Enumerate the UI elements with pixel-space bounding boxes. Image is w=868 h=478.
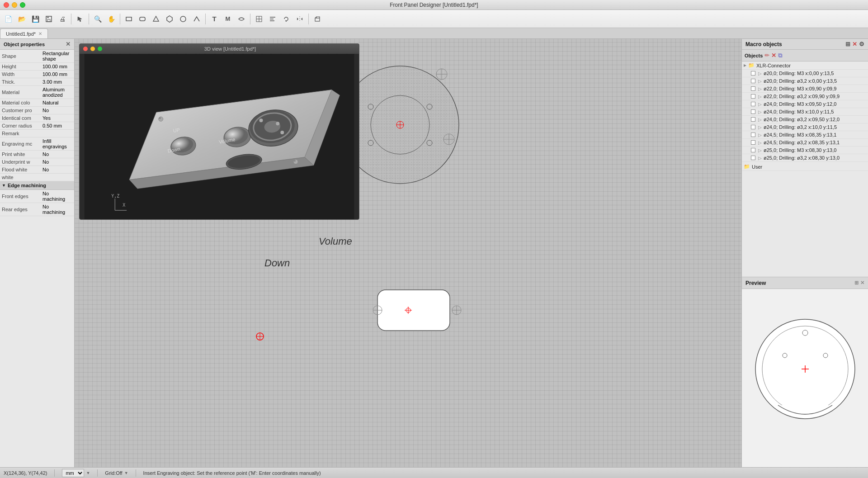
text-tool[interactable]: T: [208, 13, 221, 25]
rotate-tool[interactable]: [280, 13, 292, 25]
save-button[interactable]: 💾: [29, 13, 42, 25]
tree-item-2[interactable]: ▷ ø22,0; Drilling: M3 x:09,90 y:09,9: [742, 85, 868, 93]
minimize-button[interactable]: [12, 2, 17, 8]
tree-item-8[interactable]: ▷ ø24,5; Drilling: M3 x:08,35 y:13,1: [742, 131, 868, 139]
preview-header: Preview ⊞ ✕: [742, 277, 868, 289]
tree-item-6[interactable]: ▷ ø24,0; Drilling: ø3,2 x:09,50 y:12,0: [742, 116, 868, 123]
view3d-window[interactable]: 3D view [Untitled1.fpd*]: [79, 43, 359, 220]
mirror-tool[interactable]: [293, 13, 306, 25]
property-corner: Corner radius 0.50 mm: [0, 122, 74, 130]
tree-item-label-0: ø20,0; Drilling: M3 x:0,00 y:13,5: [764, 71, 834, 76]
item-checkbox-7[interactable]: [751, 125, 755, 129]
close-button[interactable]: [4, 2, 9, 8]
edge-machining-section[interactable]: ▼ Edge machining: [0, 181, 74, 190]
place-tool[interactable]: [253, 13, 265, 25]
item-checkbox-9[interactable]: [751, 140, 755, 145]
tree-item-label-10: ø25,0; Drilling: M3 x:08,30 y:13,0: [764, 147, 836, 153]
preview-expand-icon[interactable]: ⊞: [854, 280, 859, 286]
traffic-lights: [4, 2, 25, 8]
canvas-label-volume: Volume: [319, 236, 352, 247]
preview-close-icon[interactable]: ✕: [860, 280, 864, 286]
center-area[interactable]: 3D view [Untitled1.fpd*]: [75, 39, 741, 467]
tree-item-label-3: ø22,0; Drilling: ø3,2 x:09,90 y:09,9: [764, 94, 840, 99]
maximize-button[interactable]: [20, 2, 25, 8]
property-white: white: [0, 174, 74, 181]
item-checkbox-4[interactable]: [751, 102, 755, 106]
grid-dropdown-arrow: ▼: [124, 471, 128, 475]
property-underprint: Underprint w No: [0, 158, 74, 166]
prop-label-material: Material: [2, 90, 42, 95]
rp-settings-icon[interactable]: ⚙: [859, 41, 864, 47]
tree-item-1[interactable]: ▷ ø20,0; Drilling: ø3,2 x:0,00 y:13,5: [742, 77, 868, 85]
tree-item-4[interactable]: ▷ ø24,0; Drilling: M3 x:09,50 y:12,0: [742, 100, 868, 108]
new-button[interactable]: 📄: [2, 13, 14, 25]
tree-root-xlr[interactable]: ▶ 📁 XLR-Connector: [742, 62, 868, 70]
prop-value-height: 100.00 mm: [42, 64, 72, 69]
obj-delete-icon[interactable]: ✕: [771, 52, 776, 59]
item-checkbox-5[interactable]: [751, 109, 755, 114]
item-indicator-1: ▷: [758, 79, 762, 84]
rounded-rect-tool[interactable]: [136, 13, 149, 25]
tree-item-3[interactable]: ▷ ø22,0; Drilling: ø3,2 x:09,90 y:09,9: [742, 93, 868, 100]
tree-folder-icon: 📁: [748, 62, 755, 68]
canvas-area[interactable]: 3D view [Untitled1.fpd*]: [75, 39, 741, 467]
open-button[interactable]: 📂: [15, 13, 28, 25]
triangle-tool[interactable]: [150, 13, 162, 25]
tree-item-5[interactable]: ▷ ø24,0; Drilling: M3 x:10,0 y:11,5: [742, 108, 868, 116]
engrave-tool[interactable]: M: [222, 13, 234, 25]
rp-expand-icon[interactable]: ⊞: [845, 41, 850, 47]
status-grid: Grid:Off ▼: [105, 470, 128, 476]
tree-item-10[interactable]: ▷ ø25,0; Drilling: M3 x:08,30 y:13,0: [742, 147, 868, 154]
align-tool[interactable]: [266, 13, 279, 25]
item-checkbox-11[interactable]: [751, 156, 755, 160]
toolbar: 📄 📂 💾 🖨 🔍 ✋ T M: [0, 10, 868, 28]
view3d-close[interactable]: [83, 47, 88, 51]
unit-select[interactable]: mm inch: [62, 469, 84, 477]
pan-tool[interactable]: ✋: [105, 13, 118, 25]
view3d-max[interactable]: [98, 47, 102, 51]
item-checkbox-8[interactable]: [751, 133, 755, 137]
poly-tool[interactable]: [163, 13, 176, 25]
tree-item-0[interactable]: ▷ ø20,0; Drilling: M3 x:0,00 y:13,5: [742, 70, 868, 77]
tree-item-label-11: ø25,0; Drilling: ø3,2 x:08,30 y:13,0: [764, 155, 840, 161]
item-checkbox-6[interactable]: [751, 117, 755, 122]
rect-tool[interactable]: [123, 13, 135, 25]
pointer-tool[interactable]: [74, 13, 86, 25]
prop-value-matcolor: Natural: [42, 100, 72, 105]
item-checkbox-3[interactable]: [751, 94, 755, 99]
rp-close-icon[interactable]: ✕: [852, 41, 857, 47]
view3d-content[interactable]: UP Down Volume Y,Z X: [80, 54, 359, 219]
status-div-1: [54, 469, 55, 477]
prop-value-material: Aluminum anodized: [42, 87, 72, 98]
tree-item-9[interactable]: ▷ ø24,5; Drilling: ø3,2 x:08,35 y:13,1: [742, 139, 868, 147]
tree-user-folder[interactable]: 📁 User: [742, 163, 868, 171]
status-unit-section[interactable]: mm inch ▼: [62, 469, 90, 477]
item-checkbox-2[interactable]: [751, 86, 755, 91]
print-button[interactable]: 🖨: [56, 13, 69, 25]
prop-value-underprint: No: [42, 159, 72, 165]
item-checkbox-1[interactable]: [751, 79, 755, 83]
tab-close-button[interactable]: ✕: [38, 31, 42, 36]
property-thick: Thick. 3.00 mm: [0, 78, 74, 86]
preview-title: Preview: [745, 280, 766, 286]
zoom-tool[interactable]: 🔍: [91, 13, 104, 25]
view3d-tool[interactable]: [311, 13, 324, 25]
item-checkbox-0[interactable]: [751, 71, 755, 76]
design-rect-rounded[interactable]: [373, 285, 463, 341]
view3d-min[interactable]: [90, 47, 95, 51]
tree-item-7[interactable]: ▷ ø24,0; Drilling: ø3,2 x:10,0 y:11,5: [742, 123, 868, 131]
tree-item-11[interactable]: ▷ ø25,0; Drilling: ø3,2 x:08,30 y:13,0: [742, 154, 868, 162]
grid-label: Grid:Off: [105, 470, 122, 476]
bevel-tool[interactable]: [190, 13, 203, 25]
left-panel-close[interactable]: ✕: [66, 41, 71, 47]
circle-tool[interactable]: [177, 13, 189, 25]
obj-copy-icon[interactable]: ⧉: [778, 52, 782, 59]
right-panel: Macro objects ⊞ ✕ ⚙ Objects ✏ ✕ ⧉ ▶ 📁 XL…: [741, 39, 868, 467]
infill-tool[interactable]: [235, 13, 248, 25]
obj-pencil-icon[interactable]: ✏: [764, 52, 769, 59]
item-checkbox-10[interactable]: [751, 148, 755, 152]
objects-label: Objects: [745, 53, 763, 58]
preview-controls: ⊞ ✕: [854, 280, 864, 286]
tab-untitled1[interactable]: Untitled1.fpd* ✕: [0, 28, 48, 38]
save-as-button[interactable]: [42, 13, 55, 25]
